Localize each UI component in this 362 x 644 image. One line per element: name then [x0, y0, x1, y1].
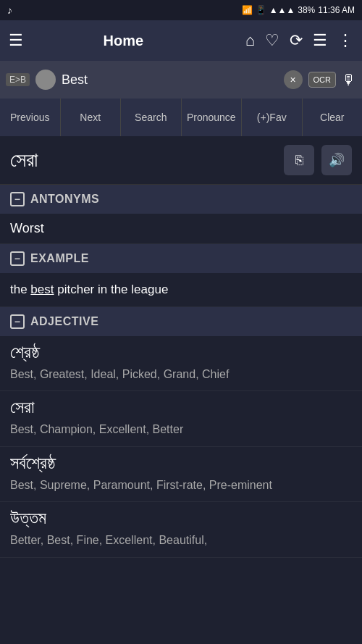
share-button[interactable]: ⎘ — [284, 145, 314, 175]
heart-icon[interactable]: ♡ — [265, 31, 279, 50]
example-label: EXAMPLE — [30, 252, 89, 265]
history-icon[interactable]: ⟳ — [290, 31, 303, 50]
previous-button[interactable]: Previous — [0, 99, 61, 136]
clear-button[interactable]: Clear — [303, 99, 363, 136]
example-section-header[interactable]: − EXAMPLE — [0, 244, 362, 273]
home-icon[interactable]: ⌂ — [245, 31, 255, 50]
antonyms-content: Worst — [0, 214, 362, 244]
adjective-label: ADJECTIVE — [30, 315, 98, 328]
search-button[interactable]: Search — [121, 99, 182, 136]
status-bar: ♪ 📶 📱 ▲▲▲ 38% 11:36 AM — [0, 0, 362, 20]
signal-icon: ▲▲▲ — [269, 5, 295, 15]
example-keyword: best — [30, 283, 54, 296]
music-icon: ♪ — [7, 4, 12, 16]
adj-bengali-1: সেরা — [0, 391, 362, 419]
example-text: the best pitcher in the league — [10, 280, 352, 299]
wifi-icon: 📶 — [242, 5, 253, 15]
bookmark-icon[interactable]: ☰ — [313, 31, 327, 50]
battery-level: 38% — [298, 5, 315, 15]
adj-english-1: Best, Champion, Excellent, Better — [0, 419, 362, 446]
share-icon: ⎘ — [295, 153, 303, 168]
clear-search-button[interactable]: × — [284, 70, 303, 89]
speaker-icon: 🔊 — [329, 152, 345, 168]
adjective-entry-2: সর্বশ্রেষ্ঠ Best, Supreme, Paramount, Fi… — [0, 447, 362, 503]
next-button[interactable]: Next — [61, 99, 122, 136]
antonyms-section-header[interactable]: − ANTONYMS — [0, 185, 362, 214]
ocr-button[interactable]: OCR — [308, 72, 336, 88]
adj-bengali-3: উত্তম — [0, 502, 362, 530]
word-header: সেরা ⎘ 🔊 — [0, 136, 362, 185]
antonym-word: Worst — [10, 221, 44, 235]
language-dot — [35, 70, 56, 90]
collapse-example-icon: − — [10, 251, 25, 266]
time: 11:36 AM — [318, 5, 355, 15]
more-icon[interactable]: ⋮ — [337, 31, 353, 50]
sim-icon: 📱 — [256, 5, 266, 15]
page-title: Home — [30, 33, 216, 49]
mic-icon[interactable]: 🎙 — [342, 72, 356, 88]
example-content: the best pitcher in the league — [0, 273, 362, 307]
collapse-adjective-icon: − — [10, 314, 25, 329]
adj-bengali-2: সর্বশ্রেষ্ঠ — [0, 447, 362, 474]
menu-icon[interactable]: ☰ — [9, 31, 23, 50]
adjective-entry-1: সেরা Best, Champion, Excellent, Better — [0, 391, 362, 447]
collapse-antonyms-icon: − — [10, 192, 25, 206]
language-badge[interactable]: E>B — [6, 73, 30, 86]
action-row: Previous Next Search Pronounce (+)Fav Cl… — [0, 99, 362, 136]
adjective-entry-0: শ্রেষ্ঠ Best, Greatest, Ideal, Picked, G… — [0, 336, 362, 392]
adj-english-0: Best, Greatest, Ideal, Picked, Grand, Ch… — [0, 364, 362, 391]
word-bengali: সেরা — [10, 149, 38, 172]
fav-button[interactable]: (+)Fav — [242, 99, 303, 136]
nav-bar: ☰ Home ⌂ ♡ ⟳ ☰ ⋮ — [0, 20, 362, 61]
adjective-section-header[interactable]: − ADJECTIVE — [0, 307, 362, 336]
search-bar: E>B × OCR 🎙 — [0, 61, 362, 99]
search-input[interactable] — [62, 72, 278, 88]
speak-button[interactable]: 🔊 — [321, 145, 352, 175]
pronounce-button[interactable]: Pronounce — [182, 99, 243, 136]
adj-english-3: Better, Best, Fine, Excellent, Beautiful… — [0, 530, 362, 557]
adj-bengali-0: শ্রেষ্ঠ — [0, 336, 362, 364]
antonyms-label: ANTONYMS — [30, 193, 99, 206]
adjective-entry-3: উত্তম Better, Best, Fine, Excellent, Bea… — [0, 502, 362, 558]
adj-english-2: Best, Supreme, Paramount, First-rate, Pr… — [0, 474, 362, 502]
